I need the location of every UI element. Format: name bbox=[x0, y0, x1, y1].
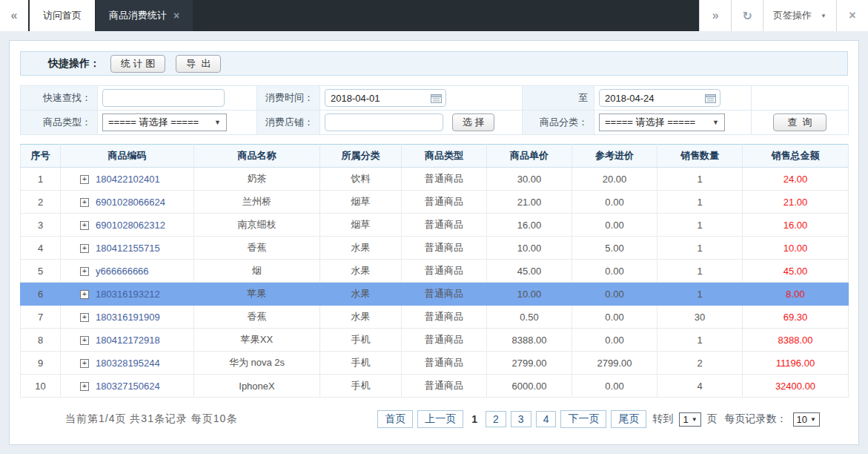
column-header[interactable]: 销售数量 bbox=[657, 145, 743, 168]
goto-page-select[interactable]: 1 ▼ bbox=[679, 412, 700, 427]
product-code-link[interactable]: 180328195244 bbox=[96, 358, 160, 369]
expand-row-icon[interactable]: + bbox=[80, 175, 89, 184]
cell-reference-price: 5.00 bbox=[572, 237, 657, 260]
cell-unit-price: 30.00 bbox=[487, 168, 572, 191]
tab-actions-label: 页签操作 bbox=[773, 9, 812, 22]
expand-row-icon[interactable]: + bbox=[80, 221, 89, 230]
cell-sales-quantity: 1 bbox=[657, 191, 743, 214]
product-code-link[interactable]: 180316191909 bbox=[96, 312, 160, 323]
column-header[interactable]: 商品类型 bbox=[402, 145, 487, 168]
product-code-link[interactable]: 180422102401 bbox=[96, 174, 160, 185]
expand-row-icon[interactable]: + bbox=[80, 336, 89, 345]
scroll-tabs-left-button[interactable]: « bbox=[0, 0, 28, 31]
refresh-button[interactable]: ↻ bbox=[731, 0, 763, 31]
cell-product-name: 苹果 bbox=[194, 283, 320, 306]
column-header[interactable]: 商品编码 bbox=[61, 145, 194, 168]
cell-sales-total: 24.00 bbox=[743, 168, 849, 191]
cell-row-number: 6 bbox=[21, 283, 61, 306]
cell-sales-total: 8.00 bbox=[743, 283, 849, 306]
cell-sales-quantity: 1 bbox=[657, 168, 743, 191]
consume-time-label: 消费时间： bbox=[257, 86, 320, 111]
first-page-button[interactable]: 首页 bbox=[377, 410, 413, 428]
cell-product-type: 普通商品 bbox=[402, 329, 487, 352]
column-header[interactable]: 序号 bbox=[21, 145, 61, 168]
export-button[interactable]: 导 出 bbox=[176, 55, 221, 73]
scroll-tabs-right-button[interactable]: » bbox=[699, 0, 731, 31]
filter-grid: 快速查找： 消费时间： 至 bbox=[20, 85, 849, 135]
prev-page-button[interactable]: 上一页 bbox=[417, 410, 463, 428]
expand-row-icon[interactable]: + bbox=[80, 290, 89, 299]
product-code-link[interactable]: y666666666 bbox=[96, 266, 149, 277]
product-code-link[interactable]: 180412155715 bbox=[96, 243, 160, 254]
category-select[interactable]: ===== 请选择 ===== ▼ bbox=[599, 114, 725, 131]
chevron-down-icon: ▼ bbox=[810, 416, 816, 423]
cell-sales-total: 8388.00 bbox=[743, 329, 849, 352]
tab-actions-dropdown[interactable]: 页签操作 ▼ bbox=[763, 0, 836, 31]
page-number-button[interactable]: 2 bbox=[486, 411, 506, 427]
table-row[interactable]: 9+180328195244华为 nova 2s手机普通商品2799.00279… bbox=[21, 352, 849, 375]
last-page-button[interactable]: 尾页 bbox=[611, 410, 646, 428]
cell-product-code: +180422102401 bbox=[61, 168, 194, 191]
cell-product-name: 烟 bbox=[194, 260, 320, 283]
query-button[interactable]: 查 询 bbox=[773, 114, 826, 131]
column-header[interactable]: 参考进价 bbox=[572, 145, 657, 168]
date-range-to-label: 至 bbox=[523, 86, 594, 111]
cell-category: 手机 bbox=[320, 329, 402, 352]
cell-sales-quantity: 1 bbox=[657, 214, 743, 237]
next-page-button[interactable]: 下一页 bbox=[560, 410, 606, 428]
cell-product-code: +6901028062312 bbox=[61, 214, 194, 237]
expand-row-icon[interactable]: + bbox=[80, 198, 89, 207]
cell-unit-price: 2799.00 bbox=[487, 352, 572, 375]
cell-sales-quantity: 2 bbox=[657, 352, 743, 375]
goto-page-value: 1 bbox=[683, 414, 688, 425]
per-page-select[interactable]: 10 ▼ bbox=[793, 412, 820, 427]
shop-input[interactable] bbox=[325, 114, 443, 131]
table-row[interactable]: 7+180316191909香蕉水果普通商品0.500.003069.30 bbox=[21, 306, 849, 329]
tab-product-consumption-stats[interactable]: 商品消费统计 × bbox=[96, 0, 193, 31]
choose-shop-button[interactable]: 选 择 bbox=[452, 114, 495, 131]
calendar-icon[interactable] bbox=[705, 93, 716, 103]
page-number-button[interactable]: 4 bbox=[536, 411, 557, 427]
date-from-input[interactable] bbox=[331, 93, 412, 104]
cell-sales-quantity: 1 bbox=[657, 329, 743, 352]
expand-row-icon[interactable]: + bbox=[80, 359, 89, 368]
product-code-link[interactable]: 180412172918 bbox=[96, 335, 160, 346]
product-code-link[interactable]: 180316193212 bbox=[96, 289, 160, 300]
cell-reference-price: 0.00 bbox=[572, 306, 657, 329]
table-row[interactable]: 10+180327150624IphoneX手机普通商品6000.000.004… bbox=[21, 375, 849, 398]
column-header[interactable]: 商品单价 bbox=[487, 145, 572, 168]
table-row[interactable]: 5+y666666666烟水果普通商品45.000.00145.00 bbox=[21, 260, 849, 283]
product-code-link[interactable]: 6901028066624 bbox=[96, 197, 165, 208]
quick-search-input[interactable] bbox=[102, 89, 225, 107]
table-row[interactable]: 2+6901028066624兰州桥烟草普通商品21.000.00121.00 bbox=[21, 191, 849, 214]
expand-row-icon[interactable]: + bbox=[80, 244, 89, 253]
tab-home[interactable]: 访问首页 bbox=[30, 0, 95, 31]
cell-category: 水果 bbox=[320, 283, 402, 306]
product-code-link[interactable]: 180327150624 bbox=[96, 381, 160, 392]
statistics-chart-button[interactable]: 统 计 图 bbox=[110, 55, 165, 73]
table-row[interactable]: 6+180316193212苹果水果普通商品10.000.0018.00 bbox=[21, 283, 849, 306]
expand-row-icon[interactable]: + bbox=[80, 382, 89, 391]
tab-close-icon[interactable]: × bbox=[173, 10, 179, 22]
cell-reference-price: 0.00 bbox=[572, 283, 657, 306]
page-number-button[interactable]: 3 bbox=[511, 411, 531, 427]
date-to-input[interactable] bbox=[605, 93, 686, 104]
product-type-select[interactable]: ===== 请选择 ===== ▼ bbox=[102, 114, 227, 131]
close-all-tabs-button[interactable]: × bbox=[836, 0, 868, 31]
calendar-icon[interactable] bbox=[431, 93, 442, 103]
product-code-link[interactable]: 6901028062312 bbox=[96, 220, 165, 231]
table-row[interactable]: 4+180412155715香蕉水果普通商品10.005.00110.00 bbox=[21, 237, 849, 260]
table-row[interactable]: 8+180412172918苹果XX手机普通商品8388.000.0018388… bbox=[21, 329, 849, 352]
expand-row-icon[interactable]: + bbox=[80, 267, 89, 276]
column-header[interactable]: 商品名称 bbox=[194, 145, 320, 168]
table-row[interactable]: 3+6901028062312南京细枝烟草普通商品16.000.00116.00 bbox=[21, 214, 849, 237]
table-body: 1+180422102401奶茶饮料普通商品30.0020.00124.002+… bbox=[21, 168, 849, 398]
expand-row-icon[interactable]: + bbox=[80, 313, 89, 322]
table-row[interactable]: 1+180422102401奶茶饮料普通商品30.0020.00124.00 bbox=[21, 168, 849, 191]
column-header[interactable]: 销售总金额 bbox=[743, 145, 849, 168]
column-header[interactable]: 所属分类 bbox=[320, 145, 402, 168]
cell-row-number: 9 bbox=[21, 352, 61, 375]
cell-unit-price: 16.00 bbox=[487, 214, 572, 237]
cell-reference-price: 0.00 bbox=[572, 375, 657, 398]
close-icon: × bbox=[849, 9, 855, 22]
